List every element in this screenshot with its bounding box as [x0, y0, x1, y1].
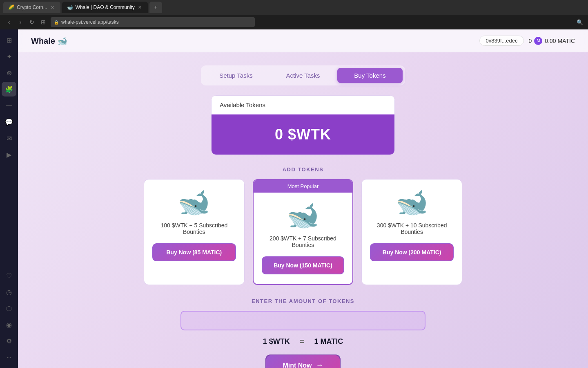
- mint-arrow-icon: →: [316, 361, 323, 368]
- sidebar-item-apps[interactable]: ⊛: [2, 65, 16, 80]
- package-card-100: 🐋 100 $WTK + 5 Subscribed Bounties Buy N…: [144, 179, 245, 285]
- search-button[interactable]: 🔍: [577, 19, 583, 25]
- tab-close-crypto[interactable]: ✕: [50, 4, 56, 10]
- buy-button-200[interactable]: Buy Now (150 MATIC): [262, 256, 345, 274]
- token-amount-value: 0 $WTK: [223, 126, 383, 143]
- rate-left: 1 $WTK: [263, 337, 290, 346]
- sidebar-item-globe[interactable]: ◉: [2, 317, 16, 332]
- sidebar: ⊞ ✦ ⊛ 🧩 — 💬 ✉ ▶ ♡ ◷ ⬡ ◉ ⚙ ···: [0, 29, 18, 368]
- package-card-200: Most Popular 🐋 200 $WTK + 7 Subscribed B…: [253, 179, 354, 285]
- mint-now-button[interactable]: Mint Now →: [265, 355, 340, 368]
- sidebar-item-dash[interactable]: —: [2, 98, 16, 113]
- app-layout: ⊞ ✦ ⊛ 🧩 — 💬 ✉ ▶ ♡ ◷ ⬡ ◉ ⚙ ··· Whale 🐋 0x…: [0, 29, 588, 368]
- heart-icon: ♡: [6, 272, 12, 280]
- play-icon: ▶: [7, 151, 11, 159]
- gear-icon: ⚙: [6, 337, 12, 345]
- main-content: Whale 🐋 0x839f...edec 0 M 0.00 MATIC Set…: [18, 29, 588, 368]
- add-tokens-label: ADD TOKENS: [31, 166, 575, 173]
- tab-close-whale[interactable]: ✕: [137, 4, 143, 10]
- clock-icon: ◷: [6, 288, 12, 296]
- tab-navigation: Setup Tasks Active Tasks Buy Tokens: [201, 65, 405, 85]
- available-tokens-card: Available Tokens 0 $WTK: [211, 95, 395, 155]
- popular-badge: Most Popular: [254, 180, 353, 193]
- mint-button-label: Mint Now: [283, 362, 312, 368]
- back-button[interactable]: ‹: [5, 19, 13, 25]
- forward-button[interactable]: ›: [16, 19, 24, 25]
- browser-actions: 🔍: [577, 19, 583, 25]
- sidebar-item-star[interactable]: ✦: [2, 49, 16, 64]
- custom-amount-section: ENTER THE AMOUNT OF TOKENS 1 $WTK = 1 MA…: [180, 298, 425, 368]
- dash-icon: —: [6, 102, 12, 109]
- tab-grid-button[interactable]: ⊞: [39, 19, 47, 25]
- url-text: whale-psi.vercel.app/tasks: [61, 19, 119, 25]
- more-icon: ···: [7, 355, 11, 360]
- header-right: 0x839f...edec 0 M 0.00 MATIC: [479, 36, 575, 46]
- package-desc-100: 100 $WTK + 5 Subscribed Bounties: [144, 222, 244, 235]
- puzzle-icon: 🧩: [5, 85, 13, 93]
- package-desc-200: 200 $WTK + 7 Subscribed Bounties: [254, 235, 353, 248]
- tab-buy-tokens[interactable]: Buy Tokens: [337, 68, 403, 83]
- address-bar[interactable]: 🔒 whale-psi.vercel.app/tasks: [51, 17, 255, 27]
- sidebar-item-more[interactable]: ···: [2, 350, 16, 365]
- buy-button-300[interactable]: Buy Now (200 MATIC): [370, 243, 454, 261]
- custom-amount-label: ENTER THE AMOUNT OF TOKENS: [180, 298, 425, 304]
- lock-icon: 🔒: [54, 20, 59, 25]
- browser-tab-bar: 🌽 Crypto Corn... ✕ 🐋 Whale | DAO & Commu…: [0, 0, 588, 15]
- sidebar-item-clock[interactable]: ◷: [2, 285, 16, 299]
- token-card-body: 0 $WTK: [212, 114, 394, 155]
- page-body: Setup Tasks Active Tasks Buy Tokens Avai…: [18, 52, 588, 368]
- whale-emoji-300: 🐋: [396, 189, 428, 215]
- app-header: Whale 🐋 0x839f...edec 0 M 0.00 MATIC: [18, 29, 588, 52]
- wallet-address-button[interactable]: 0x839f...edec: [479, 36, 523, 46]
- browser-tab-whale[interactable]: 🐋 Whale | DAO & Community ✕: [62, 2, 148, 13]
- browser-chrome: 🌽 Crypto Corn... ✕ 🐋 Whale | DAO & Commu…: [0, 0, 588, 29]
- tab-setup-tasks[interactable]: Setup Tasks: [203, 68, 269, 83]
- package-card-300: 🐋 300 $WTK + 10 Subscribed Bounties Buy …: [361, 179, 462, 285]
- paper-icon: ✉: [7, 135, 12, 142]
- new-tab-button[interactable]: +: [149, 2, 162, 13]
- new-tab-icon: +: [154, 4, 157, 10]
- token-balance: 0 M 0.00 MATIC: [529, 37, 575, 45]
- sidebar-item-gear[interactable]: ⚙: [2, 334, 16, 348]
- tab-favicon-crypto: 🌽: [8, 4, 14, 10]
- message-icon: 💬: [5, 118, 13, 126]
- sidebar-item-paper[interactable]: ✉: [2, 131, 16, 146]
- token-card-header: Available Tokens: [212, 96, 394, 114]
- browser-toolbar: ‹ › ↻ ⊞ 🔒 whale-psi.vercel.app/tasks 🔍: [0, 15, 588, 29]
- apps-icon: ⊛: [7, 69, 12, 77]
- tab-active-tasks[interactable]: Active Tasks: [270, 68, 336, 83]
- whale-emoji-100: 🐋: [178, 189, 210, 215]
- tab-label-whale: Whale | DAO & Community: [76, 4, 135, 10]
- app-logo: Whale 🐋: [31, 36, 67, 46]
- matic-balance: 0.00 MATIC: [545, 38, 575, 44]
- rate-equals: =: [300, 337, 305, 346]
- reload-button[interactable]: ↻: [28, 19, 36, 25]
- browser-tab-crypto[interactable]: 🌽 Crypto Corn... ✕: [3, 2, 60, 13]
- rate-right: 1 MATIC: [314, 337, 343, 346]
- sidebar-item-box[interactable]: ⬡: [2, 301, 16, 316]
- globe-icon: ◉: [6, 321, 12, 329]
- token-count: 0: [529, 38, 532, 44]
- amount-input-wrap: [180, 311, 425, 330]
- matic-icon: M: [534, 37, 542, 45]
- home-icon: ⊞: [7, 36, 12, 44]
- sidebar-item-heart[interactable]: ♡: [2, 268, 16, 283]
- token-amount-input[interactable]: [180, 311, 425, 330]
- sidebar-item-puzzle[interactable]: 🧩: [2, 82, 16, 96]
- package-desc-300: 300 $WTK + 10 Subscribed Bounties: [362, 222, 462, 235]
- sidebar-item-msg[interactable]: 💬: [2, 114, 16, 129]
- tab-label-crypto: Crypto Corn...: [17, 4, 47, 10]
- rate-row: 1 $WTK = 1 MATIC: [180, 337, 425, 346]
- box-icon: ⬡: [6, 305, 12, 312]
- tab-favicon-whale: 🐋: [67, 4, 73, 10]
- star-icon: ✦: [7, 53, 12, 61]
- whale-emoji-200: 🐋: [287, 202, 319, 229]
- packages-grid: 🐋 100 $WTK + 5 Subscribed Bounties Buy N…: [144, 179, 462, 285]
- buy-button-100[interactable]: Buy Now (85 MATIC): [152, 243, 236, 261]
- sidebar-item-home[interactable]: ⊞: [2, 33, 16, 47]
- sidebar-item-play[interactable]: ▶: [2, 147, 16, 162]
